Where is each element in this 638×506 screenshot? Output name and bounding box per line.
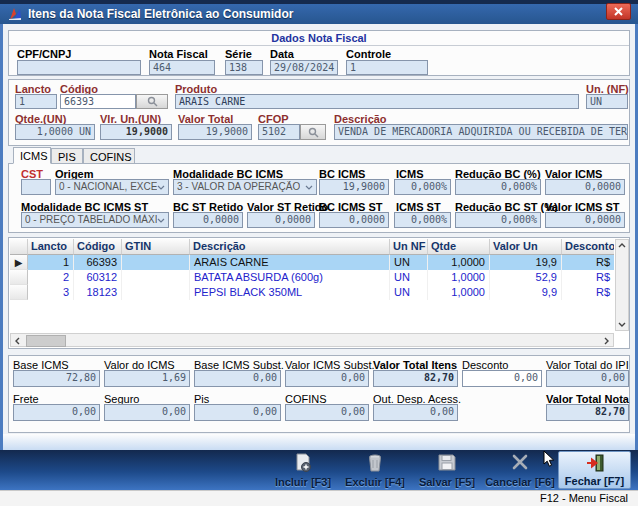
cancelar-button[interactable]: Cancelar [F6] <box>484 451 556 489</box>
scroll-right-icon[interactable] <box>600 335 612 347</box>
x-icon <box>511 453 529 471</box>
col-gtin[interactable]: GTIN <box>122 239 190 255</box>
title-bar: Itens da Nota Fiscal Eletrônica ao Consu… <box>0 4 638 24</box>
scroll-down-icon[interactable] <box>616 318 628 330</box>
document-plus-icon <box>294 453 312 473</box>
base-icms-subst-field[interactable]: 0,00 <box>194 370 281 387</box>
frete-field[interactable]: 0,00 <box>13 404 100 421</box>
mod-st-select[interactable]: 0 - PREÇO TABELADO MÁXIMO <box>21 212 169 228</box>
reducao-bc-st-field[interactable]: 0,000% <box>455 212 541 228</box>
nota-fiscal-field[interactable]: 464 <box>149 60 215 75</box>
chevron-down-icon <box>157 185 165 190</box>
dados-panel-title: Dados Nota Fiscal <box>9 32 629 46</box>
out-desp-field[interactable]: 0,00 <box>373 404 458 421</box>
item-panel: Lancto Código Produto Un. (NF) 1 66393 A… <box>8 79 630 146</box>
icms-st-field[interactable]: 0,000% <box>394 212 451 228</box>
grid-vertical-scrollbar[interactable] <box>615 239 629 331</box>
codigo-field[interactable]: 66393 <box>60 94 136 109</box>
row-selector-arrow-icon: ▶ <box>10 255 28 270</box>
controle-field[interactable]: 1 <box>346 60 428 75</box>
codigo-search-icon[interactable] <box>136 94 168 109</box>
scroll-left-icon[interactable] <box>12 335 24 347</box>
mod-bc-select[interactable]: 3 - VALOR DA OPERAÇÃO <box>173 179 317 195</box>
qtde-field[interactable]: 1,0000 UN <box>15 124 95 140</box>
app-icon <box>8 7 23 22</box>
cpf-cnpj-field[interactable] <box>17 60 141 75</box>
valor-total-field[interactable]: 19,9000 <box>178 124 252 140</box>
scroll-up-icon[interactable] <box>616 240 628 252</box>
valor-icms-st-field[interactable]: 0,0000 <box>545 212 625 228</box>
exit-door-icon <box>585 454 605 472</box>
cpf-cnpj-label: CPF/CNPJ <box>17 48 71 60</box>
bc-icms-st-field[interactable]: 0,0000 <box>319 212 389 228</box>
nota-fiscal-label: Nota Fiscal <box>149 48 208 60</box>
status-bar: F12 - Menu Fiscal <box>0 490 638 506</box>
fechar-button[interactable]: Fechar [F7] <box>558 451 631 489</box>
incluir-button[interactable]: Incluir [F3] <box>268 451 338 489</box>
excluir-button[interactable]: Excluir [F4] <box>340 451 410 489</box>
valor-total-nota-field[interactable]: 82,70 <box>546 404 629 421</box>
table-row[interactable]: ▶ 1 66393 ARAIS CARNE UN 1,0000 19,9 R$ <box>10 255 614 270</box>
descricao-field[interactable]: VENDA DE MERCADORIA ADQUIRIDA OU RECEBID… <box>334 124 628 140</box>
col-desconto[interactable]: Desconto <box>562 239 614 255</box>
window-title: Itens da Nota Fiscal Eletrônica ao Consu… <box>28 7 293 21</box>
grid-horizontal-scrollbar[interactable] <box>10 333 614 347</box>
base-icms-field[interactable]: 72,80 <box>13 370 100 387</box>
tab-cofins[interactable]: COFINS <box>83 148 135 164</box>
valor-total-itens-field[interactable]: 82,70 <box>373 370 458 387</box>
salvar-button[interactable]: Salvar [F5] <box>412 451 482 489</box>
valor-total-ipi-field[interactable]: 0,00 <box>546 370 629 387</box>
cofins-field[interactable]: 0,00 <box>285 404 369 421</box>
un-nf-field[interactable]: UN <box>586 94 628 109</box>
produto-field[interactable]: ARAIS CARNE <box>175 94 579 109</box>
tab-icms[interactable]: ICMS <box>13 147 51 164</box>
col-qtde[interactable]: Qtde <box>428 239 490 255</box>
valor-st-retido-field[interactable]: 0,0000 <box>247 212 315 228</box>
table-row[interactable]: 2 60312 BATATA ABSURDA (600g) UN 1,0000 … <box>10 270 614 285</box>
hscroll-thumb[interactable] <box>26 335 66 347</box>
totals-panel: Base ICMS Valor do ICMS Base ICMS Subst.… <box>8 355 630 433</box>
valor-icms-field[interactable]: 0,0000 <box>545 179 625 195</box>
col-un-nf[interactable]: Un NF <box>390 239 428 255</box>
grid-header-row: Lancto Código GTIN Descrição Un NF Qtde … <box>10 239 614 255</box>
valor-do-icms-field[interactable]: 1,69 <box>104 370 190 387</box>
grid-gutter-header <box>10 239 28 255</box>
desconto-field[interactable]: 0,00 <box>462 370 542 387</box>
cfop-search-icon[interactable] <box>300 124 326 140</box>
bc-st-retido-field[interactable]: 0,0000 <box>173 212 243 228</box>
cst-field[interactable] <box>21 179 51 195</box>
bc-icms-field[interactable]: 19,9000 <box>319 179 389 195</box>
reducao-bc-field[interactable]: 0,000% <box>455 179 541 195</box>
chevron-down-icon <box>157 218 165 223</box>
vlr-un-field[interactable]: 19,9000 <box>100 124 172 140</box>
trash-icon <box>367 453 383 473</box>
origem-select[interactable]: 0 - NACIONAL, EXCETO <box>55 179 169 195</box>
lancto-field[interactable]: 1 <box>15 94 57 109</box>
data-label: Data <box>270 48 294 60</box>
dados-nota-fiscal-panel: Dados Nota Fiscal CPF/CNPJ Nota Fiscal S… <box>8 30 630 76</box>
chevron-down-icon <box>305 185 313 190</box>
col-valor-un[interactable]: Valor Un <box>490 239 562 255</box>
floppy-disk-icon <box>438 453 456 471</box>
valor-icms-subst-field[interactable]: 0,00 <box>285 370 369 387</box>
content-gap <box>3 434 635 450</box>
seguro-field[interactable]: 0,00 <box>104 404 190 421</box>
cfop-field[interactable]: 5102 <box>258 124 300 140</box>
controle-label: Controle <box>346 48 391 60</box>
icms-tab-panel: CST Origem Modalidade BC ICMS BC ICMS IC… <box>8 163 630 233</box>
close-icon[interactable] <box>606 3 631 20</box>
status-text: F12 - Menu Fiscal <box>540 492 628 504</box>
col-lancto[interactable]: Lancto <box>28 239 74 255</box>
icms-field[interactable]: 0,000% <box>394 179 451 195</box>
pis-field[interactable]: 0,00 <box>194 404 281 421</box>
items-grid-panel: Lancto Código GTIN Descrição Un NF Qtde … <box>8 237 630 349</box>
col-descricao[interactable]: Descrição <box>190 239 390 255</box>
table-row[interactable]: 3 18123 PEPSI BLACK 350ML UN 1,0000 9,9 … <box>10 285 614 300</box>
serie-field[interactable]: 138 <box>225 60 263 75</box>
serie-label: Série <box>225 48 252 60</box>
col-codigo[interactable]: Código <box>74 239 122 255</box>
tab-pis[interactable]: PIS <box>51 148 83 164</box>
data-field[interactable]: 29/08/2024 <box>270 60 338 75</box>
